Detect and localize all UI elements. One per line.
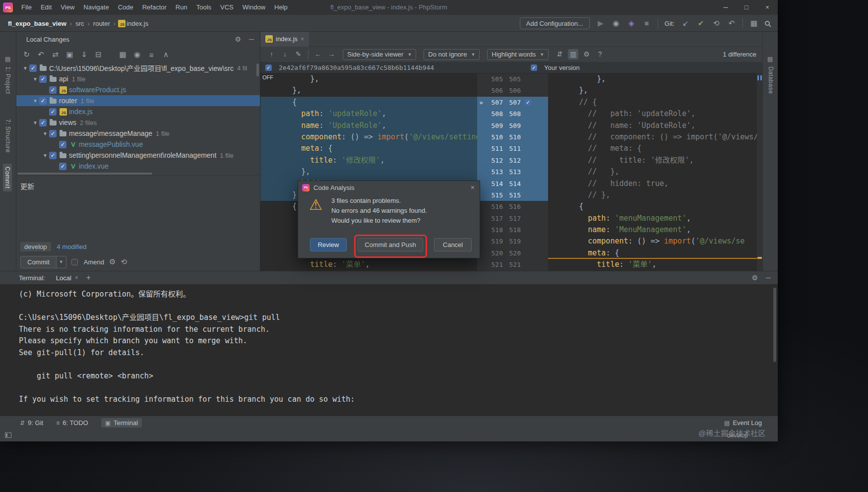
maximize-button[interactable]: □ <box>736 0 757 15</box>
amend-checkbox[interactable] <box>71 259 78 265</box>
menu-view[interactable]: View <box>56 0 79 15</box>
diff-right-code[interactable]: path: 'menuManagement', <box>548 213 757 224</box>
profiler-icon[interactable]: ◉ <box>612 19 620 28</box>
statusbar-item-terminal[interactable]: ▣Terminal <box>101 418 142 428</box>
history-icon[interactable]: ⟲ <box>712 19 721 28</box>
diff-right-code[interactable]: // { <box>548 97 757 108</box>
minimize-button[interactable]: ─ <box>715 0 736 15</box>
forward-icon[interactable]: → <box>326 49 337 60</box>
dialog-close-icon[interactable]: × <box>471 184 475 191</box>
tree-checkbox[interactable]: ✓ <box>29 64 37 72</box>
menu-tools[interactable]: Tools <box>192 0 216 15</box>
commit-message-field[interactable]: 更新 <box>16 176 260 240</box>
diff-left-code[interactable]: }, <box>260 73 477 85</box>
tab-local-changes[interactable]: Local Changes <box>26 36 69 43</box>
diff-right-code[interactable]: // component: () => import('@/views/, <box>548 131 757 143</box>
diff-right-code[interactable]: name: 'MenuManagement', <box>548 224 757 236</box>
tree-checkbox[interactable]: ✓ <box>49 86 57 94</box>
swap-sides-icon[interactable]: ⇵ <box>555 49 565 60</box>
refresh-icon[interactable]: ↻ <box>21 50 32 59</box>
diff-right-code[interactable]: // title: '修改权限', <box>548 155 757 166</box>
cancel-button[interactable]: Cancel <box>434 238 472 251</box>
menu-run[interactable]: Run <box>171 0 192 15</box>
menu-navigate[interactable]: Navigate <box>79 0 113 15</box>
next-difference-icon[interactable]: ↓ <box>280 49 290 60</box>
close-button[interactable]: × <box>757 0 778 15</box>
left-version-checkbox[interactable]: ✓ <box>265 64 272 71</box>
tree-scrollbar[interactable] <box>256 63 259 76</box>
breadcrumb-index-js[interactable]: index.js <box>125 20 149 27</box>
diff-right-code[interactable]: { <box>548 201 757 212</box>
hide-panel-icon[interactable]: ─ <box>249 35 254 43</box>
hide-terminal-icon[interactable]: ─ <box>766 274 771 282</box>
commit-dropdown-arrow[interactable]: ▼ <box>57 256 66 268</box>
jump-to-source-icon[interactable]: ✎ <box>293 49 304 60</box>
compare-icon[interactable]: ⇄ <box>50 50 61 59</box>
diff-right-code[interactable]: // }, <box>548 166 757 178</box>
menu-window[interactable]: Window <box>238 0 270 15</box>
terminal-tab-local[interactable]: Local × <box>56 274 78 282</box>
tree-checkbox[interactable]: ✓ <box>49 108 57 116</box>
tree-checkbox[interactable]: ✓ <box>49 130 57 137</box>
diff-left-code[interactable]: path: 'updateRole', <box>260 108 477 120</box>
run-icon[interactable]: ▶ <box>596 19 605 28</box>
diff-left-code[interactable]: name: 'UpdateRole', <box>260 120 477 131</box>
diff-left-code[interactable]: }, <box>260 166 477 178</box>
tree-row-softwareproduct-js[interactable]: ✓JSsoftwareProduct.js <box>16 84 260 95</box>
chevron-down-icon[interactable]: ▼ <box>21 65 29 71</box>
chevron-down-icon[interactable]: ▼ <box>41 131 49 136</box>
tree-row-router[interactable]: ▼✓router1 file <box>16 95 260 106</box>
diff-right-code[interactable]: }, <box>548 73 757 85</box>
phpstorm-logo-icon[interactable]: PS <box>3 2 13 12</box>
diff-left-code[interactable]: meta: { <box>260 143 477 154</box>
right-version-checkbox[interactable]: ✓ <box>531 64 537 71</box>
diff-settings-icon[interactable]: ⚙ <box>581 49 592 60</box>
diff-right-code[interactable]: meta: { <box>548 247 757 259</box>
breadcrumb-router[interactable]: router <box>92 20 111 27</box>
diff-right-code[interactable]: }, <box>548 85 757 96</box>
shelve-icon[interactable]: ⊟ <box>93 50 104 59</box>
copy-icon[interactable]: ▣ <box>64 50 75 59</box>
stripe-item-database[interactable]: Database <box>767 66 774 94</box>
tree-row-messagepublish-vue[interactable]: ✓VmessagePublish.vue <box>16 139 260 150</box>
terminal-scrollbar[interactable] <box>773 288 776 362</box>
commit-and-push-button[interactable]: Commit and Push <box>358 238 423 251</box>
tool-window-bars-icon[interactable] <box>5 432 11 438</box>
tree-checkbox[interactable]: ✓ <box>39 75 47 83</box>
menu-file[interactable]: File <box>17 0 36 15</box>
tree-row-message-messagemanage[interactable]: ▼✓message\messageManage1 file <box>16 128 260 139</box>
close-terminal-tab-icon[interactable]: × <box>75 274 78 281</box>
tree-checkbox[interactable]: ✓ <box>39 97 47 105</box>
tree-row-setting-personnelmanagement-rolemanagement[interactable]: ▼✓setting\personnelManagement\roleManage… <box>16 150 260 161</box>
search-everywhere-icon[interactable] <box>765 21 770 26</box>
diff-left-code[interactable]: { <box>260 97 477 108</box>
diff-right-code[interactable]: // meta: { <box>548 143 757 154</box>
chevron-down-icon[interactable]: ▼ <box>31 120 39 125</box>
new-terminal-icon[interactable]: + <box>86 273 91 282</box>
chevron-down-icon[interactable]: ▼ <box>31 98 39 104</box>
diff-left-code[interactable]: title: '菜单', <box>260 259 477 270</box>
viewer-mode-dropdown[interactable]: Side-by-side viewer ▼ <box>343 49 416 60</box>
editor-layout-icon[interactable]: ▦ <box>749 19 758 28</box>
tab-index-js[interactable]: JS index.js × <box>260 32 309 47</box>
view-mode-icon[interactable]: ▥ <box>568 49 578 60</box>
tree-row-index-vue[interactable]: ✓Vindex.vue <box>16 161 260 172</box>
menu-code[interactable]: Code <box>114 0 138 15</box>
menu-vcs[interactable]: VCS <box>216 0 238 15</box>
breadcrumb-src[interactable]: src <box>74 20 85 27</box>
menu-refactor[interactable]: Refactor <box>138 0 171 15</box>
stop-icon[interactable]: ■ <box>642 19 651 28</box>
menu-help[interactable]: Help <box>270 0 292 15</box>
scrollbar-thumb[interactable] <box>17 173 152 175</box>
statusbar-item-6-todo[interactable]: ≡6: TODO <box>56 419 88 427</box>
commit-history-icon[interactable]: ⟲ <box>121 257 127 266</box>
diff-right-code[interactable]: title: '菜单', <box>548 259 757 270</box>
branch-chip[interactable]: develop <box>20 242 51 251</box>
collapse-all-icon[interactable]: ∧ <box>161 50 171 59</box>
tree-checkbox[interactable]: ✓ <box>39 119 47 126</box>
help-icon[interactable]: ? <box>595 49 605 60</box>
preview-diff-icon[interactable]: ◉ <box>132 50 142 59</box>
review-button[interactable]: Review <box>310 238 347 251</box>
diff-right-code[interactable]: // path: 'updateRole', <box>548 108 757 120</box>
event-log-button[interactable]: ▤ Event Log <box>724 419 762 427</box>
